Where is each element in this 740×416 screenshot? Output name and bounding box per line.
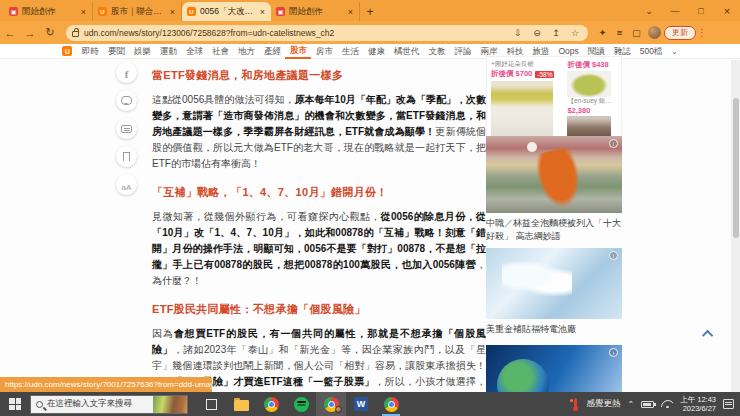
- zoom-icon[interactable]: ⊖: [530, 28, 544, 38]
- toolbar-right: ✦ ≡ ▢ 更新 ⋮: [594, 26, 708, 40]
- nav-link[interactable]: 生活: [337, 44, 363, 58]
- chrome-button[interactable]: [256, 392, 286, 416]
- bookmark-star-icon[interactable]: ☆: [568, 28, 582, 38]
- forward-button[interactable]: →: [20, 27, 40, 39]
- weather-thermometer-icon[interactable]: [569, 397, 579, 411]
- ad-item-label: +圖妤花朵長裙: [491, 60, 562, 69]
- red-icon: [276, 7, 285, 16]
- article-subheading: 當ETF發錢消息，和房地產議題一樣多: [152, 68, 486, 83]
- new-tab-button[interactable]: +: [360, 2, 380, 21]
- share-icon[interactable]: ↥: [549, 28, 563, 38]
- back-button[interactable]: ←: [0, 27, 20, 39]
- nav-link[interactable]: 健康: [363, 44, 389, 58]
- ad-item-2[interactable]: 折後價 $438 【en-suey 銀… $2,380: [567, 60, 617, 144]
- nav-link[interactable]: 房市: [311, 44, 337, 58]
- tab-close-icon[interactable]: ×: [347, 7, 354, 17]
- system-tray: 感覺更熱 ⌃ 上午 12:43 2023/6/27: [569, 395, 740, 413]
- maximize-button[interactable]: [688, 6, 714, 16]
- side-panel-icon[interactable]: ▢: [628, 27, 645, 38]
- nav-more-chevron-icon[interactable]: ⌄: [671, 47, 678, 56]
- nav-link[interactable]: 橘世代: [389, 44, 424, 58]
- wifi-icon[interactable]: [661, 400, 673, 409]
- word-button[interactable]: [346, 392, 376, 416]
- tab-close-icon[interactable]: ×: [169, 7, 176, 17]
- tab-search-chevron-icon[interactable]: [636, 6, 662, 16]
- ad-info-icon[interactable]: i: [609, 348, 618, 357]
- reload-button[interactable]: ↻: [40, 26, 60, 39]
- action-center-icon[interactable]: [723, 399, 734, 409]
- facebook-share-button[interactable]: [116, 62, 137, 83]
- tab-title: 0056「大改款」是為了對打008: [200, 6, 255, 18]
- tray-chevron-up-icon[interactable]: ⌃: [627, 400, 634, 409]
- scroll-to-top-button[interactable]: [699, 326, 719, 342]
- ad-item-1[interactable]: +圖妤花朵長裙 折後價 $700 -58%: [491, 60, 562, 144]
- taskbar-clock[interactable]: 上午 12:43 2023/6/27: [680, 395, 716, 413]
- menu-dots-icon[interactable]: ⋮: [696, 27, 708, 38]
- reading-list-icon[interactable]: ≡: [611, 27, 628, 38]
- browser-tab[interactable]: 股市｜聯合新聞網×: [93, 2, 182, 21]
- nav-link[interactable]: 文教: [424, 44, 450, 58]
- ad-product-image[interactable]: [491, 81, 553, 139]
- close-window-button[interactable]: [714, 5, 740, 17]
- tab-close-icon[interactable]: ×: [259, 7, 266, 17]
- nav-link[interactable]: 運動: [155, 44, 181, 58]
- search-highlight-image[interactable]: [153, 395, 187, 414]
- clock-time: 上午 12:43: [680, 395, 716, 404]
- news-caption[interactable]: 美重金補貼福特電池廠: [486, 323, 622, 336]
- task-view-button[interactable]: [196, 392, 226, 416]
- nav-link[interactable]: 社會: [207, 44, 233, 58]
- ad-info-icon[interactable]: i: [609, 139, 618, 148]
- windows-taskbar: 在這裡輸入文字來搜尋 感覺更熱 ⌃ 上午 12:43 2023/6/27: [0, 392, 740, 416]
- update-chrome-button[interactable]: 更新: [664, 26, 696, 40]
- nav-link[interactable]: 娛樂: [129, 44, 155, 58]
- search-placeholder: 在這裡輸入文字來搜尋: [47, 398, 149, 410]
- scrollbar-thumb[interactable]: [733, 98, 739, 238]
- minimize-button[interactable]: [662, 6, 688, 16]
- nav-link[interactable]: 產經: [259, 44, 285, 58]
- tab-close-icon[interactable]: ×: [80, 7, 87, 17]
- battery-icon[interactable]: [641, 401, 654, 408]
- nav-link[interactable]: 要聞: [103, 44, 129, 58]
- news-image-baseball[interactable]: i: [486, 136, 622, 213]
- url-text[interactable]: udn.com/news/story/123006/7258628?from=u…: [84, 28, 506, 38]
- window-controls: [636, 0, 740, 21]
- font-size-button[interactable]: [116, 174, 137, 195]
- ad-product-image[interactable]: [567, 71, 611, 97]
- news-image-globe[interactable]: i: [486, 345, 622, 393]
- nav-link[interactable]: 評論: [450, 44, 476, 58]
- browser-tab[interactable]: 開始創作×: [271, 2, 360, 21]
- bookmark-button[interactable]: [116, 146, 137, 167]
- chrome-active-button[interactable]: [376, 392, 406, 416]
- nav-link[interactable]: 500檔: [635, 44, 667, 58]
- browser-tab[interactable]: 開始創作×: [4, 2, 93, 21]
- line-share-button[interactable]: [116, 90, 137, 111]
- browser-window: 開始創作×股市｜聯合新聞網×0056「大改款」是為了對打008×開始創作× + …: [0, 0, 740, 416]
- comment-button[interactable]: [116, 118, 137, 139]
- nav-link[interactable]: 地方: [233, 44, 259, 58]
- install-icon[interactable]: ⇩: [511, 28, 525, 38]
- chrome-icon: [264, 397, 279, 412]
- nav-link[interactable]: 股市: [285, 43, 311, 59]
- news-image-worldmap[interactable]: i: [486, 248, 622, 319]
- udn-logo-icon[interactable]: [62, 46, 72, 56]
- nav-link[interactable]: 全球: [181, 44, 207, 58]
- ad-info-icon[interactable]: i: [609, 251, 618, 260]
- file-explorer-button[interactable]: [226, 392, 256, 416]
- shopping-ad-card[interactable]: +圖妤花朵長裙 折後價 $700 -58% 折後價 $438 【en-suey …: [486, 56, 622, 148]
- start-button[interactable]: [0, 392, 30, 416]
- news-caption[interactable]: 中職／林益全泡麵梗被列入「十大好殺」 高志綱妙語: [486, 217, 622, 243]
- scrollbar[interactable]: [731, 60, 740, 392]
- spotify-icon: [294, 397, 309, 412]
- article-subheading: ETF股民共同屬性：不想承擔「個股風險」: [152, 302, 486, 317]
- extensions-icon[interactable]: ✦: [594, 27, 611, 38]
- nav-link[interactable]: 即時: [77, 44, 103, 58]
- comment-icon: [121, 125, 132, 133]
- weather-text[interactable]: 感覺更熱: [586, 398, 620, 410]
- chrome-profile-button[interactable]: [316, 392, 346, 416]
- address-bar[interactable]: udn.com/news/story/123006/7258628?from=u…: [66, 25, 588, 41]
- taskbar-search-input[interactable]: 在這裡輸入文字來搜尋: [30, 395, 188, 414]
- profile-avatar[interactable]: [648, 26, 661, 39]
- spotify-button[interactable]: [286, 392, 316, 416]
- lock-icon[interactable]: [72, 31, 79, 37]
- browser-tab[interactable]: 0056「大改款」是為了對打008×: [182, 2, 271, 21]
